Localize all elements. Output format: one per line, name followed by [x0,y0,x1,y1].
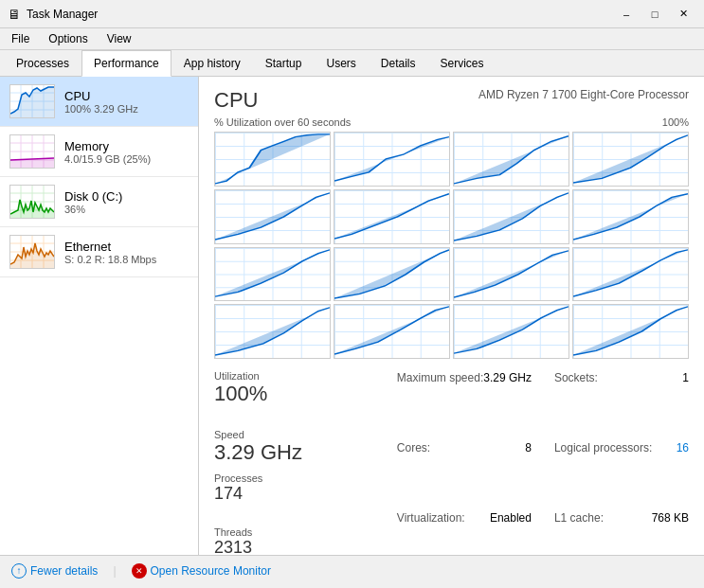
memory-stat: 4.0/15.9 GB (25%) [64,153,189,165]
tab-startup[interactable]: Startup [253,50,315,77]
cpu-core-graph-14 [334,304,450,359]
speed-value: 3.29 GHz [214,440,302,465]
ethernet-label: Ethernet [64,240,189,254]
panel-title: CPU [214,88,258,113]
disk-stat: 36% [64,204,189,215]
main-content: CPU 100% 3.29 GHz Memor [0,77,704,555]
cpu-core-graph-11 [453,247,569,302]
title-bar: 🖥 Task Manager – □ ✕ [0,0,704,28]
sidebar-item-memory[interactable]: Memory 4.0/15.9 GB (25%) [0,127,198,177]
cpu-core-graph-15 [453,304,569,359]
ethernet-stat: S: 0.2 R: 18.8 Mbps [64,254,189,265]
ethernet-info: Ethernet S: 0.2 R: 18.8 Mbps [64,240,189,265]
detail-l1-cache: L1 cache: 768 KB [554,510,689,555]
close-button[interactable]: ✕ [670,5,696,24]
bottom-bar: ↑ Fewer details | ✕ Open Resource Monito… [0,555,704,585]
tab-performance[interactable]: Performance [81,50,171,77]
panel-header: CPU AMD Ryzen 7 1700 Eight-Core Processo… [214,88,689,113]
sidebar: CPU 100% 3.29 GHz Memor [0,77,199,555]
cpu-core-graph-6 [334,189,450,244]
utilization-value: 100% [214,382,290,406]
cpu-core-graph-7 [453,189,569,244]
details-grid: Maximum speed: 3.29 GHz Sockets: 1 Cores… [397,370,689,555]
app-icon: 🖥 [8,7,21,22]
cpu-core-graph-9 [214,247,331,302]
menu-bar: File Options View [0,28,704,50]
threads-label: Threads [214,526,290,538]
tab-users[interactable]: Users [314,50,368,77]
disk-label: Disk 0 (C:) [64,189,189,204]
tab-app-history[interactable]: App history [171,50,253,77]
cpu-core-graph-4 [572,132,689,187]
cpu-core-graph-13 [214,304,331,359]
menu-view[interactable]: View [103,30,135,47]
open-monitor-label: Open Resource Monitor [151,564,271,578]
cpu-core-graph-2 [334,132,450,187]
tab-processes[interactable]: Processes [4,50,81,77]
disk-mini-chart [9,185,55,219]
sidebar-item-cpu[interactable]: CPU 100% 3.29 GHz [0,77,198,127]
app-title: Task Manager [27,8,98,21]
fewer-details-button[interactable]: ↑ Fewer details [11,563,98,579]
cpu-info: CPU 100% 3.29 GHz [64,89,189,115]
cpu-core-graph-10 [334,247,450,302]
tab-bar: Processes Performance App history Startu… [0,50,704,77]
util-label: % Utilization over 60 seconds 100% [214,116,689,128]
tab-services[interactable]: Services [428,50,496,77]
speed-stat: Speed 3.29 GHz [214,429,302,465]
sidebar-item-ethernet[interactable]: Ethernet S: 0.2 R: 18.8 Mbps [0,227,198,277]
detail-cores: Cores: 8 [397,440,532,510]
cpu-core-graph-3 [453,132,569,187]
utilization-stat: Utilization 100% [214,370,290,406]
cpu-panel: CPU AMD Ryzen 7 1700 Eight-Core Processo… [199,77,704,555]
speed-label: Speed [214,429,302,440]
cpu-core-graph-1 [214,132,331,187]
detail-sockets: Sockets: 1 [554,370,689,440]
separator: | [113,564,116,578]
threads-stat: Threads 2313 [214,526,290,555]
processes-value: 174 [214,484,290,504]
fewer-details-icon: ↑ [11,563,27,579]
open-monitor-icon: ✕ [132,563,147,579]
minimize-button[interactable]: – [613,5,640,24]
sidebar-item-disk[interactable]: Disk 0 (C:) 36% [0,177,198,227]
detail-virtualization: Virtualization: Enabled [397,510,532,555]
threads-value: 2313 [214,538,290,555]
panel-subtitle: AMD Ryzen 7 1700 Eight-Core Processor [478,88,689,101]
left-stats: Utilization 100% Speed 3.29 GHz Processe… [214,370,382,555]
ethernet-mini-chart [9,235,55,269]
processes-label: Processes [214,472,290,484]
memory-info: Memory 4.0/15.9 GB (25%) [64,139,189,165]
stats-section: Utilization 100% Speed 3.29 GHz Processe… [214,370,689,555]
cpu-mini-chart [9,84,55,118]
detail-logical-processors: Logical processors: 16 [554,440,689,510]
memory-mini-chart [9,134,55,169]
cpu-core-graph-16 [572,304,689,359]
cpu-core-graph-5 [214,189,331,244]
cpu-graph-grid [214,132,689,359]
processes-stat: Processes 174 [214,472,290,504]
detail-max-speed: Maximum speed: 3.29 GHz [397,370,532,440]
menu-file[interactable]: File [8,30,33,47]
cpu-label: CPU [64,89,189,103]
utilization-label: Utilization [214,370,290,382]
open-monitor-button[interactable]: ✕ Open Resource Monitor [132,563,271,579]
tab-details[interactable]: Details [369,50,428,77]
fewer-details-label: Fewer details [30,564,98,578]
maximize-button[interactable]: □ [641,5,668,24]
cpu-stat: 100% 3.29 GHz [64,103,189,115]
cpu-core-graph-8 [572,189,689,244]
memory-label: Memory [64,139,189,153]
disk-info: Disk 0 (C:) 36% [64,189,189,215]
menu-options[interactable]: Options [45,30,91,47]
cpu-core-graph-12 [572,247,689,302]
